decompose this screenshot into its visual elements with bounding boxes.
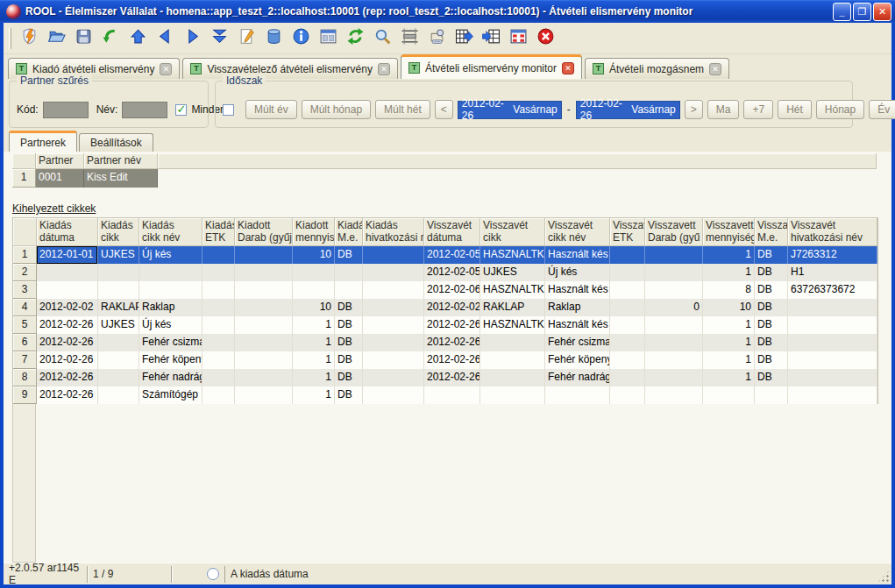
- partner-row[interactable]: 10001Kiss Edit: [12, 169, 877, 188]
- past-period-button-3[interactable]: Múlt hét: [375, 100, 430, 119]
- subtab-1[interactable]: Partnerek: [9, 131, 77, 152]
- row-layout-button[interactable]: [396, 26, 423, 51]
- main-grid-cell[interactable]: Használt kés: [545, 281, 610, 299]
- main-col-header[interactable]: VisszavétM.e.: [755, 218, 788, 246]
- main-col-header[interactable]: KiadáM.e.: [335, 218, 363, 246]
- past-period-button-2[interactable]: Múlt hónap: [302, 100, 371, 119]
- ev-button[interactable]: Év: [869, 100, 895, 119]
- main-grid-cell[interactable]: [235, 299, 293, 316]
- main-grid-cell[interactable]: DB: [335, 246, 363, 264]
- past-period-button-1[interactable]: Múlt év: [245, 100, 297, 119]
- main-grid-cell[interactable]: [139, 281, 202, 299]
- print-button[interactable]: [423, 26, 451, 51]
- main-grid-cell[interactable]: 2012-02-26: [424, 334, 480, 351]
- main-grid-cell[interactable]: [235, 386, 293, 404]
- main-grid-cell[interactable]: RAKLAP: [98, 299, 139, 316]
- main-grid-cell[interactable]: Új kés: [139, 246, 202, 264]
- main-grid-cell[interactable]: 2012-02-26: [424, 316, 480, 334]
- main-grid-cell[interactable]: H1: [788, 264, 877, 281]
- main-grid-cell[interactable]: DB: [335, 316, 363, 334]
- main-grid-cell[interactable]: [645, 351, 703, 369]
- main-grid-cell[interactable]: [293, 264, 335, 281]
- main-grid-cell[interactable]: 1: [703, 246, 755, 264]
- main-grid-cell[interactable]: [610, 369, 645, 386]
- save-button[interactable]: [70, 26, 97, 51]
- main-grid-cell[interactable]: DB: [755, 369, 788, 386]
- partner-cell[interactable]: 0001: [36, 169, 84, 188]
- minimize-button[interactable]: _: [833, 3, 851, 21]
- main-grid-cell[interactable]: [645, 316, 703, 334]
- main-grid-cell[interactable]: [480, 334, 545, 351]
- main-grid-cell[interactable]: 2012-02-26: [424, 369, 480, 386]
- main-grid-cell[interactable]: 1: [293, 369, 335, 386]
- main-grid-cell[interactable]: [98, 334, 139, 351]
- main-grid-cell[interactable]: Fehér csizma: [139, 334, 202, 351]
- main-grid-cell[interactable]: 2012-02-02: [424, 299, 480, 316]
- tab-close-icon[interactable]: ✕: [160, 63, 172, 75]
- main-grid-cell[interactable]: 0: [645, 299, 703, 316]
- main-grid-cell[interactable]: 10: [293, 246, 335, 264]
- main-grid-cell[interactable]: HASZNALTKES: [480, 316, 545, 334]
- tab-close-icon[interactable]: ✕: [562, 62, 574, 74]
- main-grid-cell[interactable]: [645, 369, 703, 386]
- main-grid-cell[interactable]: [610, 351, 645, 369]
- main-grid-cell[interactable]: [645, 334, 703, 351]
- main-grid-cell[interactable]: [424, 386, 480, 404]
- refresh-button[interactable]: [342, 26, 369, 51]
- idoszak-checkbox[interactable]: [223, 104, 234, 116]
- main-grid-cell[interactable]: [788, 386, 877, 404]
- database-button[interactable]: [260, 26, 288, 51]
- main-col-header[interactable]: Visszavétcikk név: [545, 218, 610, 246]
- tab-3[interactable]: TÁtvételi elismervény monitor✕: [401, 54, 582, 79]
- main-grid-cell[interactable]: 2012-02-02: [37, 299, 98, 316]
- form-window-button[interactable]: [315, 26, 342, 51]
- main-grid-cell[interactable]: Új kés: [545, 264, 610, 281]
- main-grid-cell[interactable]: [363, 334, 424, 351]
- partner-col-header[interactable]: Partner név: [84, 153, 158, 169]
- main-col-header[interactable]: VisszavettDarab (gyű: [645, 218, 703, 246]
- main-grid-cell[interactable]: Használt kés: [545, 316, 610, 334]
- main-row-number[interactable]: 8: [13, 369, 37, 386]
- main-grid-cell[interactable]: 2012-02-26: [424, 351, 480, 369]
- main-grid-cell[interactable]: [363, 351, 424, 369]
- partner-cell[interactable]: Kiss Edit: [84, 169, 158, 188]
- main-grid-row[interactable]: 32012-02-06HASZNALTKESHasznált kés8DB637…: [13, 281, 877, 299]
- main-grid-cell[interactable]: [335, 281, 363, 299]
- main-grid-cell[interactable]: [98, 281, 139, 299]
- main-grid-cell[interactable]: [202, 246, 235, 264]
- main-grid-row[interactable]: 92012-02-26Számítógép1DB: [13, 386, 877, 404]
- main-grid-row[interactable]: 52012-02-26UJKESÚj kés1DB2012-02-26HASZN…: [13, 316, 877, 334]
- main-grid-cell[interactable]: [610, 264, 645, 281]
- toolbar-grip[interactable]: [9, 28, 11, 49]
- nev-input[interactable]: [122, 102, 167, 118]
- main-grid-cell[interactable]: UJKES: [98, 246, 139, 264]
- main-grid-cell[interactable]: [480, 351, 545, 369]
- main-grid-cell[interactable]: [788, 351, 877, 369]
- main-grid-cell[interactable]: [610, 334, 645, 351]
- main-grid-cell[interactable]: [363, 369, 424, 386]
- tab-4[interactable]: TÁtvételi mozgásnem✕: [585, 58, 729, 79]
- main-row-number[interactable]: 7: [13, 351, 37, 369]
- main-grid-cell[interactable]: DB: [755, 316, 788, 334]
- export-table-button[interactable]: [451, 26, 478, 51]
- tab-2[interactable]: TVisszavételező átvételi elismervény✕: [182, 58, 398, 79]
- main-grid-cell[interactable]: [235, 351, 293, 369]
- main-col-header[interactable]: Visszavéthivatkozási név: [788, 218, 877, 246]
- shield-flash-button[interactable]: [16, 26, 43, 51]
- maximize-button[interactable]: ❐: [853, 3, 871, 21]
- main-grid-cell[interactable]: [610, 246, 645, 264]
- main-row-number[interactable]: 5: [13, 316, 37, 334]
- main-grid-cell[interactable]: [610, 281, 645, 299]
- main-grid-row[interactable]: 12012-01-01UJKESÚj kés10DB2012-02-05HASZ…: [13, 246, 877, 264]
- main-grid-cell[interactable]: Fehér csizma: [545, 334, 610, 351]
- title-bar[interactable]: ROOL - Élelmiszer Vállalat - homena::app…: [0, 0, 895, 23]
- honap-button[interactable]: Hónap: [816, 100, 864, 119]
- ma-button[interactable]: Ma: [707, 100, 740, 119]
- tab-close-icon[interactable]: ✕: [378, 63, 390, 75]
- main-grid-row[interactable]: 42012-02-02RAKLAPRaklap10DB2012-02-02RAK…: [13, 299, 877, 316]
- main-grid-cell[interactable]: 10: [293, 299, 335, 316]
- main-grid-cell[interactable]: 2012-02-26: [37, 334, 98, 351]
- main-grid-cell[interactable]: Raklap: [545, 299, 610, 316]
- main-grid-cell[interactable]: [98, 386, 139, 404]
- main-grid-cell[interactable]: [610, 316, 645, 334]
